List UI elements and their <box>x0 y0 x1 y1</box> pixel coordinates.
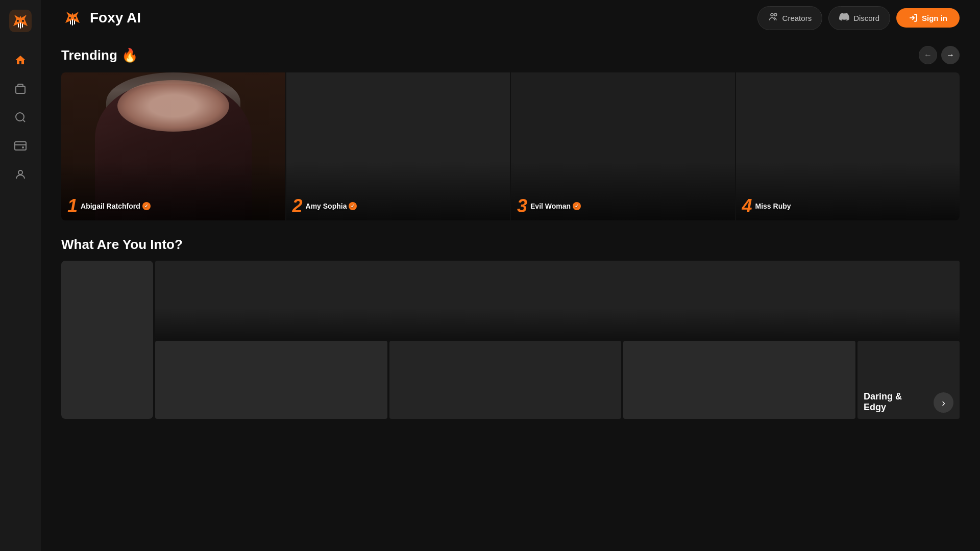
trending-header: Trending 🔥 ← → <box>61 46 960 64</box>
svg-point-2 <box>22 20 24 22</box>
rank-2-info: 2 Amy Sophia ✓ <box>292 197 357 215</box>
rank-2-name: Amy Sophia ✓ <box>306 202 357 210</box>
signin-button[interactable]: Sign in <box>896 8 960 28</box>
svg-rect-8 <box>15 142 26 150</box>
rank-1-name: Abigail Ratchford ✓ <box>81 202 151 210</box>
trending-nav-arrows: ← → <box>919 46 960 64</box>
rank-4-number: 4 <box>742 197 752 215</box>
svg-point-9 <box>22 147 23 148</box>
svg-point-1 <box>17 20 19 22</box>
sidebar-item-home[interactable] <box>8 48 33 72</box>
signin-label: Sign in <box>922 14 947 22</box>
sidebar-item-profile[interactable] <box>8 162 33 187</box>
sidebar-item-search[interactable] <box>8 105 33 130</box>
svg-rect-6 <box>16 86 25 93</box>
sidebar-item-wallet[interactable] <box>8 134 33 158</box>
trending-card-2[interactable]: 2 Amy Sophia ✓ <box>286 72 510 220</box>
rank-3-name: Evil Woman ✓ <box>530 202 581 210</box>
verified-badge-1: ✓ <box>142 202 151 210</box>
category-small-2[interactable] <box>389 341 622 419</box>
header: Foxy AI Creators <box>41 0 980 36</box>
rank-1-number: 1 <box>67 197 78 215</box>
verified-badge-3: ✓ <box>573 202 581 210</box>
creators-label: Creators <box>782 14 812 22</box>
discord-label: Discord <box>853 14 879 22</box>
creators-button[interactable]: Creators <box>757 6 823 30</box>
rank-4-info: 4 Miss Ruby <box>742 197 791 215</box>
sidebar-item-gallery[interactable] <box>8 77 33 101</box>
fire-emoji: 🔥 <box>121 47 138 63</box>
rank-3-number: 3 <box>517 197 527 215</box>
categories-top <box>155 261 960 339</box>
trending-title-text: Trending <box>61 47 117 63</box>
sidebar <box>0 0 41 551</box>
verified-badge-2: ✓ <box>349 202 357 210</box>
category-small-1[interactable] <box>155 341 387 419</box>
signin-icon <box>909 13 918 22</box>
svg-point-7 <box>16 113 24 121</box>
daring-edgy-label: Daring & Edgy <box>864 391 925 413</box>
trending-grid: 1 Abigail Ratchford ✓ 2 Amy Sophia ✓ <box>61 72 960 220</box>
rank-2-number: 2 <box>292 197 303 215</box>
categories-title: What Are You Into? <box>61 237 960 253</box>
daring-edgy-card[interactable]: Daring & Edgy › <box>857 341 960 419</box>
categories-bottom: Daring & Edgy › <box>155 341 960 419</box>
main-wrapper: Foxy AI Creators <box>41 0 980 551</box>
svg-point-11 <box>69 17 71 19</box>
svg-point-12 <box>74 17 76 19</box>
trending-card-3[interactable]: 3 Evil Woman ✓ <box>511 72 735 220</box>
content-area: Trending 🔥 ← → 1 <box>41 36 980 551</box>
category-card-left[interactable] <box>61 261 153 419</box>
discord-icon <box>839 12 849 24</box>
prev-arrow[interactable]: ← <box>919 46 937 64</box>
svg-point-16 <box>771 13 773 16</box>
categories-grid: Daring & Edgy › <box>61 261 960 419</box>
trending-title: Trending 🔥 <box>61 47 138 63</box>
trending-card-1[interactable]: 1 Abigail Ratchford ✓ <box>61 72 285 220</box>
sidebar-logo <box>8 8 33 34</box>
next-arrow[interactable]: → <box>941 46 960 64</box>
category-small-3[interactable] <box>623 341 855 419</box>
header-logo: Foxy AI <box>61 7 141 29</box>
svg-point-10 <box>18 170 22 174</box>
creators-icon <box>768 12 778 24</box>
categories-right: Daring & Edgy › <box>155 261 960 419</box>
header-nav: Creators Discord Sign in <box>757 6 960 30</box>
app-title: Foxy AI <box>90 10 141 26</box>
rank-1-info: 1 Abigail Ratchford ✓ <box>67 197 151 215</box>
trending-card-4[interactable]: 4 Miss Ruby <box>736 72 960 220</box>
svg-point-17 <box>774 13 776 16</box>
daring-edgy-chevron[interactable]: › <box>934 392 953 413</box>
rank-3-info: 3 Evil Woman ✓ <box>517 197 581 215</box>
rank-4-name: Miss Ruby <box>755 202 791 210</box>
discord-button[interactable]: Discord <box>828 6 890 30</box>
